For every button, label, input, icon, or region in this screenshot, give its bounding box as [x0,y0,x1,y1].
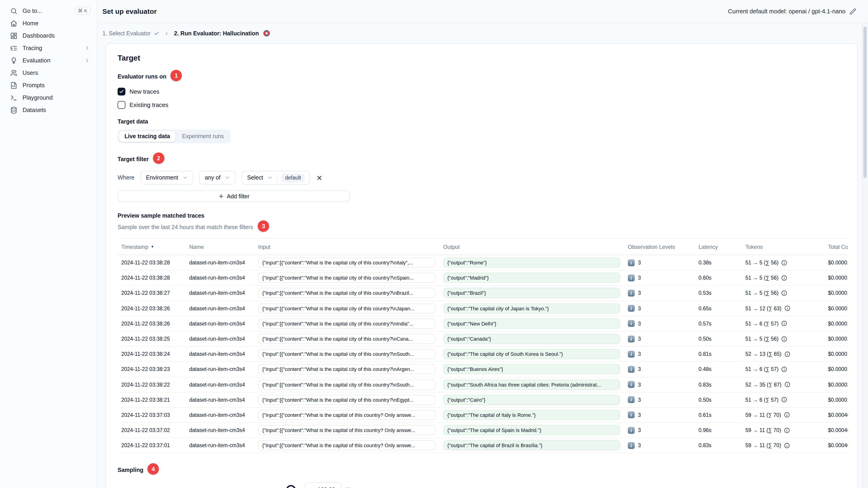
sidebar-item-dashboards[interactable]: Dashboards [0,29,97,42]
table-row[interactable]: 2024-11-22 03:37:03dataset-run-item-cm3s… [118,408,848,423]
sampling-slider-thumb[interactable] [286,485,296,488]
input-chip[interactable]: {"input":[{"content":"What is the capita… [258,364,435,375]
output-chip[interactable]: {"output":"New Delhi"} [443,319,620,329]
cell-observation-levels: i3 [624,274,695,282]
output-chip[interactable]: {"output":"Cairo"} [443,395,620,405]
input-chip[interactable]: {"input":[{"content":"What is the capita… [258,334,435,344]
input-chip[interactable]: {"input":[{"content":"What is the capita… [258,395,435,405]
column-header-total-cost[interactable]: Total Cost [825,243,848,250]
info-icon[interactable] [781,321,787,327]
column-header-observation-levels[interactable]: Observation Levels [624,243,695,250]
output-chip[interactable]: {"output":"The capital of Italy is Rome.… [443,410,620,420]
input-chip[interactable]: {"input":[{"content":"What is the capita… [258,410,435,420]
info-level-icon: i [628,427,635,433]
output-chip[interactable]: {"output":"Madrid"} [443,273,620,283]
cell-name: dataset-run-item-cm3s4 [186,366,254,372]
table-row[interactable]: 2024-11-22 03:38:23dataset-run-item-cm3s… [118,362,848,377]
cell-observation-levels: i3 [624,320,695,327]
table-row[interactable]: 2024-11-22 03:38:22dataset-run-item-cm3s… [118,377,848,392]
output-chip[interactable]: {"output":"South Africa has three capita… [443,380,620,390]
info-icon[interactable] [784,305,790,311]
info-level-icon: i [628,320,635,327]
output-chip[interactable]: {"output":"The capital of Spain is Madri… [443,425,620,435]
sampling-value-input[interactable]: 100.00 [305,483,341,488]
sidebar-item-prompts[interactable]: Prompts [0,79,97,91]
table-row[interactable]: 2024-11-22 03:38:28dataset-run-item-cm3s… [118,255,848,270]
info-icon[interactable] [781,290,787,296]
table-row[interactable]: 2024-11-22 03:37:02dataset-run-item-cm3s… [118,423,848,438]
column-header-latency[interactable]: Latency [695,243,742,250]
table-row[interactable]: 2024-11-22 03:38:21dataset-run-item-cm3s… [118,392,848,408]
page-scrollbar[interactable] [862,23,868,488]
add-filter-button[interactable]: Add filter [118,191,350,202]
sidebar-item-home[interactable]: Home [0,17,97,29]
cell-tokens: 59 → 11 (∑ 70) [742,412,825,418]
info-icon[interactable] [784,427,790,433]
cell-timestamp: 2024-11-22 03:38:28 [118,275,186,281]
input-chip[interactable]: {"input":[{"content":"What is the capita… [258,380,435,390]
info-icon[interactable] [781,397,787,403]
input-chip[interactable]: {"input":[{"content":"What is the capita… [258,288,435,298]
info-icon[interactable] [781,260,787,266]
input-chip[interactable]: {"input":[{"content":"What is the capita… [258,258,435,268]
table-row[interactable]: 2024-11-22 03:38:25dataset-run-item-cm3s… [118,331,848,347]
output-chip[interactable]: {"output":"Canada"} [443,334,620,344]
input-chip[interactable]: {"input":[{"content":"What is the capita… [258,349,435,359]
info-icon[interactable] [781,336,787,342]
cell-timestamp: 2024-11-22 03:38:26 [118,321,186,326]
plus-icon [218,193,224,199]
pencil-icon[interactable] [849,8,856,14]
table-row[interactable]: 2024-11-22 03:38:26dataset-run-item-cm3s… [118,316,848,331]
cell-tokens: 51 → 12 (∑ 63) [742,305,825,311]
info-icon[interactable] [784,412,790,418]
table-row[interactable]: 2024-11-22 03:38:27dataset-run-item-cm3s… [118,286,848,301]
column-header-name[interactable]: Name [186,243,254,250]
tab-live-tracing-data[interactable]: Live tracing data [119,131,176,142]
output-chip[interactable]: {"output":"Rome"} [443,258,620,268]
remove-filter-button[interactable] [316,174,323,181]
column-header-timestamp[interactable]: Timestamp▼ [118,243,186,250]
sidebar-item-users[interactable]: Users [0,67,97,79]
tab-experiment-runs[interactable]: Experiment runs [177,131,229,142]
table-row[interactable]: 2024-11-22 03:38:26dataset-run-item-cm3s… [118,301,848,316]
column-header-output[interactable]: Output [439,243,624,250]
breadcrumb-step-select-evaluator[interactable]: 1. Select Evaluator [102,30,159,36]
input-chip[interactable]: {"input":[{"content":"What is the capita… [258,273,435,283]
cell-total-cost: $0.00046 ( [825,412,848,418]
input-chip[interactable]: {"input":[{"content":"What is the capita… [258,425,435,435]
info-icon[interactable] [784,382,790,387]
input-chip[interactable]: {"input":[{"content":"What is the capita… [258,303,435,313]
info-icon[interactable] [784,351,790,357]
table-row[interactable]: 2024-11-22 03:38:24dataset-run-item-cm3s… [118,347,848,362]
info-icon[interactable] [781,366,787,372]
filter-column-select[interactable]: Environment [141,171,193,185]
table-row[interactable]: 2024-11-22 03:38:28dataset-run-item-cm3s… [118,270,848,286]
cell-total-cost: $0.000011 ( [825,366,848,372]
table-row[interactable]: 2024-11-22 03:37:01dataset-run-item-cm3s… [118,438,848,453]
filter-value-select[interactable]: Select default [242,171,310,185]
checkbox-checked[interactable] [118,88,125,96]
output-chip[interactable]: {"output":"The capital city of South Kor… [443,349,620,359]
sidebar-item-evaluation[interactable]: Evaluation [0,54,97,67]
output-chip[interactable]: {"output":"The capital city of Japan is … [443,303,620,313]
info-icon[interactable] [784,443,790,449]
sidebar-item-tracing[interactable]: Tracing [0,42,97,54]
input-chip[interactable]: {"input":[{"content":"What is the capita… [258,319,435,329]
info-icon[interactable] [781,275,787,281]
output-chip[interactable]: {"output":"Brazil"} [443,288,620,298]
column-header-tokens[interactable]: Tokens [742,243,825,250]
sidebar-item-playground[interactable]: Playground [0,91,97,104]
sidebar-item-datasets[interactable]: Datasets [0,104,97,116]
output-chip[interactable]: {"output":"The capital of Brazil is Bras… [443,441,620,451]
pinwheel-icon [262,29,270,37]
checkbox[interactable] [118,101,125,109]
cell-tokens: 51 → 6 (∑ 57) [742,397,825,403]
breadcrumb-step-run-evaluator[interactable]: 2. Run Evaluator: Hallucination [174,29,271,37]
output-chip[interactable]: {"output":"Buenos Aires"} [443,364,620,375]
input-chip[interactable]: {"input":[{"content":"What is the capita… [258,441,435,451]
filter-operator-select[interactable]: any of [199,171,236,185]
column-header-input[interactable]: Input [254,243,439,250]
sidebar-item-go-to[interactable]: Go to...⌘ K [0,5,97,17]
page-scrollbar-thumb[interactable] [863,27,867,178]
cell-total-cost: $0.000029 [825,382,848,387]
